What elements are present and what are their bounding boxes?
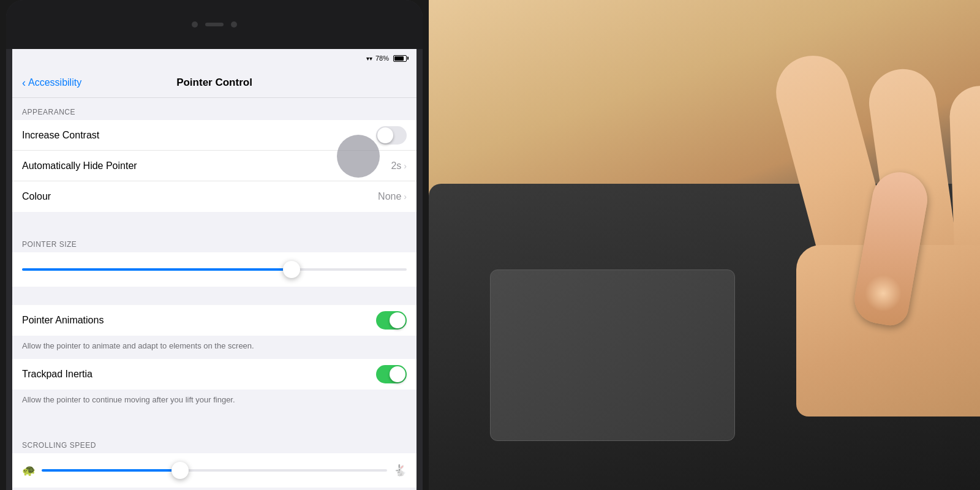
- colour-value: None ›: [378, 191, 407, 202]
- scrolling-speed-slider-fill: [42, 469, 180, 472]
- inertia-group: Trackpad Inertia: [12, 359, 417, 390]
- ipad-area: ▾▾ 78% ‹ Accessibility Pointer Control A…: [0, 0, 429, 490]
- pointer-size-slider-fill: [22, 268, 292, 271]
- pointer-size-slider-thumb[interactable]: [283, 261, 300, 278]
- back-button[interactable]: ‹ Accessibility: [22, 77, 81, 88]
- gap-3: [12, 413, 417, 431]
- slow-scroll-icon: 🐢: [22, 464, 36, 477]
- scrolling-speed-slider-thumb[interactable]: [172, 462, 189, 479]
- toggle-knob: [377, 127, 393, 143]
- colour-label: Colour: [22, 191, 51, 202]
- back-chevron-icon: ‹: [22, 77, 26, 88]
- gap-1: [12, 212, 417, 230]
- wifi-icon: ▾▾: [366, 55, 372, 62]
- scrolling-speed-slider-container: 🐢 🐇: [12, 453, 417, 488]
- battery-percent: 78%: [375, 55, 389, 62]
- battery-icon: [393, 55, 407, 62]
- colour-chevron-icon: ›: [404, 192, 407, 202]
- ipad-screen: ▾▾ 78% ‹ Accessibility Pointer Control A…: [12, 49, 417, 490]
- ipad-sensor: [205, 23, 224, 26]
- trackpad-inertia-label: Trackpad Inertia: [22, 369, 92, 380]
- auto-hide-pointer-label: Automatically Hide Pointer: [22, 160, 137, 172]
- ipad-frame: ▾▾ 78% ‹ Accessibility Pointer Control A…: [6, 0, 423, 490]
- auto-hide-pointer-value: 2s ›: [391, 160, 407, 172]
- scrolling-speed-slider-track: [42, 469, 387, 472]
- pointer-size-slider-container: [12, 252, 417, 287]
- pointer-animations-label: Pointer Animations: [22, 315, 104, 326]
- pointer-animations-toggle-knob: [390, 312, 405, 328]
- pointer-animations-description: Allow the pointer to animate and adapt t…: [12, 336, 417, 359]
- appearance-section-label: APPEARANCE: [12, 98, 417, 120]
- pointer-size-slider-track: [22, 268, 407, 271]
- increase-contrast-label: Increase Contrast: [22, 130, 99, 141]
- ipad-camera-right: [231, 21, 237, 28]
- page-title: Pointer Control: [176, 77, 252, 89]
- back-label: Accessibility: [28, 77, 81, 88]
- ipad-top-bar: [6, 0, 423, 49]
- pointer-animations-row: Pointer Animations: [12, 305, 417, 336]
- trackpad-inertia-toggle[interactable]: [376, 365, 407, 383]
- pointer-size-label: POINTER SIZE: [12, 230, 417, 252]
- nav-bar: ‹ Accessibility Pointer Control: [12, 67, 417, 98]
- animations-group: Pointer Animations: [12, 305, 417, 336]
- finger-tip-highlight: [862, 272, 905, 315]
- hand-container: [582, 49, 980, 417]
- auto-hide-pointer-val-text: 2s: [391, 160, 401, 172]
- colour-val-text: None: [378, 191, 401, 202]
- pointer-drag-circle: [337, 135, 380, 178]
- gap-2: [12, 287, 417, 305]
- pointer-animations-toggle[interactable]: [376, 311, 407, 330]
- ipad-camera-left: [192, 21, 198, 28]
- fast-scroll-icon: 🐇: [393, 464, 407, 477]
- battery-fill: [394, 56, 404, 61]
- auto-hide-chevron-icon: ›: [404, 161, 407, 171]
- increase-contrast-toggle[interactable]: [376, 126, 407, 145]
- status-bar: ▾▾ 78%: [12, 49, 417, 67]
- colour-row[interactable]: Colour None ›: [12, 181, 417, 212]
- photo-area: [429, 0, 980, 490]
- trackpad-inertia-row: Trackpad Inertia: [12, 359, 417, 390]
- trackpad-inertia-toggle-knob: [390, 366, 405, 382]
- trackpad-inertia-description: Allow the pointer to continue moving aft…: [12, 390, 417, 413]
- scrolling-speed-label: SCROLLING SPEED: [12, 431, 417, 453]
